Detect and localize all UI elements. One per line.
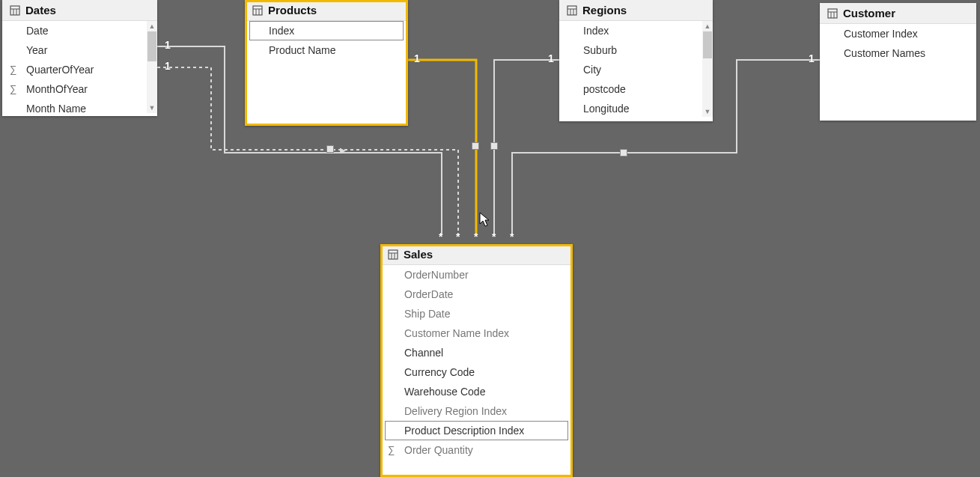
scroll-thumb[interactable] bbox=[147, 31, 156, 61]
field-label: Product Name bbox=[266, 43, 402, 58]
field-label: OrderDate bbox=[401, 287, 567, 302]
table-header-sales[interactable]: Sales bbox=[380, 244, 573, 265]
table-title: Regions bbox=[582, 4, 627, 16]
field-label: MonthOfYear bbox=[23, 82, 151, 97]
table-products[interactable]: Products Index Product Name bbox=[245, 0, 408, 126]
field-label: Date bbox=[23, 23, 151, 38]
scroll-down-icon[interactable]: ▼ bbox=[147, 103, 157, 113]
table-icon bbox=[827, 8, 838, 19]
svg-rect-4 bbox=[253, 6, 262, 15]
field-label: Longitude bbox=[580, 101, 707, 116]
field-row[interactable]: OrderNumber bbox=[380, 265, 573, 285]
field-row[interactable]: Index bbox=[249, 21, 404, 40]
table-header-regions[interactable]: Regions bbox=[559, 0, 713, 21]
field-row[interactable]: ∑MonthOfYear bbox=[2, 79, 157, 99]
filter-direction-node[interactable] bbox=[620, 149, 627, 157]
field-row[interactable]: ∑Order Quantity bbox=[380, 440, 573, 460]
table-header-dates[interactable]: Dates bbox=[2, 0, 157, 21]
field-label: postcode bbox=[580, 82, 707, 97]
field-row[interactable]: Ship Date bbox=[380, 304, 573, 323]
cardinality-sales-star-5: * bbox=[510, 231, 514, 243]
field-label: Product Description Index bbox=[401, 423, 566, 438]
table-icon bbox=[10, 5, 20, 16]
field-row[interactable]: Customer Name Index bbox=[380, 323, 573, 343]
field-label: City bbox=[580, 62, 707, 77]
table-title: Customer bbox=[843, 7, 895, 19]
table-header-customer[interactable]: Customer bbox=[820, 3, 976, 24]
field-row[interactable]: Product Name bbox=[245, 40, 408, 60]
filter-direction-node[interactable] bbox=[490, 142, 498, 150]
field-label: QuarterOfYear bbox=[23, 62, 151, 77]
cardinality-sales-star-1: * bbox=[439, 231, 442, 243]
table-header-products[interactable]: Products bbox=[245, 0, 408, 21]
scroll-down-icon[interactable]: ▼ bbox=[702, 106, 713, 117]
scrollbar[interactable]: ▲ ▼ bbox=[702, 21, 713, 117]
svg-rect-8 bbox=[567, 6, 576, 15]
table-sales[interactable]: Sales OrderNumber OrderDate Ship Date Cu… bbox=[380, 244, 573, 477]
field-label: Suburb bbox=[580, 43, 707, 58]
field-row[interactable]: City bbox=[559, 60, 713, 79]
field-label: Channel bbox=[401, 345, 567, 360]
field-row[interactable]: OrderDate bbox=[380, 285, 573, 304]
cardinality-regions-1: 1 bbox=[548, 52, 554, 64]
field-row[interactable]: Currency Code bbox=[380, 362, 573, 382]
field-row[interactable]: Longitude bbox=[559, 99, 713, 117]
cardinality-sales-star-2: * bbox=[456, 231, 460, 243]
svg-rect-16 bbox=[389, 250, 398, 259]
field-label: Index bbox=[580, 23, 707, 38]
field-row[interactable]: Customer Index bbox=[820, 24, 976, 43]
field-label: Year bbox=[23, 43, 151, 58]
sigma-icon: ∑ bbox=[10, 62, 23, 77]
field-row[interactable]: Date bbox=[2, 21, 157, 40]
scroll-up-icon[interactable]: ▲ bbox=[147, 21, 157, 31]
field-row[interactable]: Suburb bbox=[559, 40, 713, 60]
field-label: Currency Code bbox=[401, 365, 567, 380]
field-row[interactable]: ∑QuarterOfYear bbox=[2, 60, 157, 79]
relation-products-sales[interactable] bbox=[408, 60, 476, 235]
scroll-up-icon[interactable]: ▲ bbox=[702, 21, 713, 31]
mouse-cursor-icon bbox=[479, 212, 491, 228]
filter-direction-arrow-icon: ▶ bbox=[340, 146, 346, 154]
field-label: Order Quantity bbox=[401, 443, 567, 458]
field-label: Customer Names bbox=[841, 46, 970, 61]
field-label: Month Name bbox=[23, 101, 151, 113]
filter-direction-node[interactable] bbox=[326, 145, 334, 153]
table-icon bbox=[252, 5, 263, 16]
scrollbar[interactable]: ▲ ▼ bbox=[147, 21, 157, 113]
field-row[interactable]: Product Description Index bbox=[385, 421, 568, 440]
sigma-icon: ∑ bbox=[10, 82, 23, 97]
field-row[interactable]: Delivery Region Index bbox=[380, 401, 573, 421]
cardinality-sales-star-4: * bbox=[492, 231, 496, 243]
field-label: Customer Index bbox=[841, 26, 970, 41]
filter-direction-node[interactable] bbox=[472, 142, 479, 150]
field-label: Warehouse Code bbox=[401, 384, 567, 399]
cardinality-products-1: 1 bbox=[414, 52, 420, 64]
scroll-thumb[interactable] bbox=[703, 31, 712, 58]
svg-rect-12 bbox=[828, 9, 837, 18]
field-label: Customer Name Index bbox=[401, 326, 567, 341]
field-label: Ship Date bbox=[401, 306, 567, 321]
svg-rect-0 bbox=[10, 6, 19, 15]
field-label: Index bbox=[266, 23, 401, 38]
cardinality-dates-1b: 1 bbox=[165, 60, 171, 72]
cardinality-dates-1a: 1 bbox=[165, 39, 171, 51]
table-icon bbox=[567, 5, 577, 16]
field-row[interactable]: Index bbox=[559, 21, 713, 40]
field-label: Delivery Region Index bbox=[401, 404, 567, 419]
table-icon bbox=[388, 249, 398, 260]
field-row[interactable]: postcode bbox=[559, 79, 713, 99]
table-dates[interactable]: Dates Date Year ∑QuarterOfYear ∑MonthOfY… bbox=[2, 0, 157, 116]
table-customer[interactable]: Customer Customer Index Customer Names bbox=[820, 3, 976, 121]
table-regions[interactable]: Regions Index Suburb City postcode Longi… bbox=[559, 0, 713, 121]
field-row[interactable]: Warehouse Code bbox=[380, 382, 573, 401]
field-row[interactable]: Customer Names bbox=[820, 43, 976, 63]
table-title: Sales bbox=[404, 248, 433, 261]
field-row[interactable]: Month Name bbox=[2, 99, 157, 113]
cardinality-sales-star-3: * bbox=[474, 231, 478, 243]
cardinality-customer-1: 1 bbox=[809, 52, 815, 64]
field-row[interactable]: Year bbox=[2, 40, 157, 60]
sigma-icon: ∑ bbox=[388, 443, 401, 458]
relation-regions-sales[interactable] bbox=[494, 60, 559, 235]
table-title: Products bbox=[268, 4, 317, 16]
field-row[interactable]: Channel bbox=[380, 343, 573, 362]
